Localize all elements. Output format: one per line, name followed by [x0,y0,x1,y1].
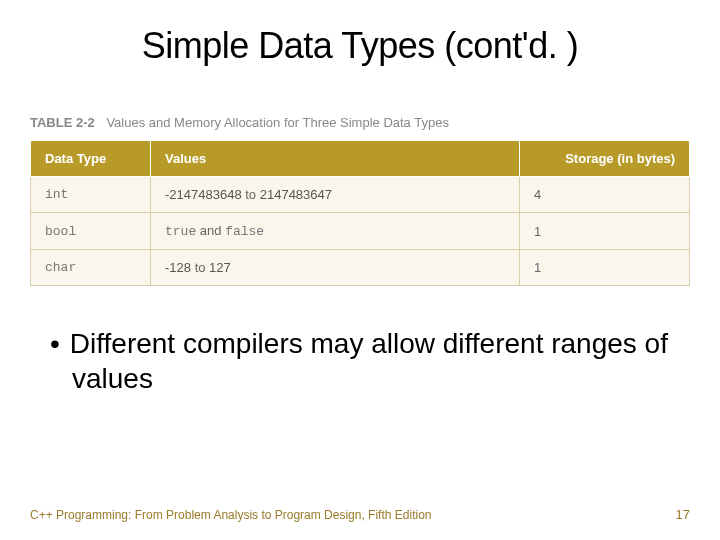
cell-type: bool [31,213,151,250]
col-header-type: Data Type [31,141,151,177]
cell-storage: 4 [520,177,690,213]
value-false: false [225,224,264,239]
value-min: -128 [165,260,191,275]
cell-values: -128 to 127 [151,250,520,286]
value-true: true [165,224,196,239]
value-joiner: and [196,223,225,238]
cell-values: -2147483648 to 2147483647 [151,177,520,213]
footer-source: C++ Programming: From Problem Analysis t… [30,508,431,522]
value-joiner: to [191,260,209,275]
data-types-table: Data Type Values Storage (in bytes) int … [30,140,690,286]
value-max: 127 [209,260,231,275]
value-joiner: to [242,187,260,202]
col-header-storage: Storage (in bytes) [520,141,690,177]
table-row: int -2147483648 to 2147483647 4 [31,177,690,213]
table-caption-text: Values and Memory Allocation for Three S… [106,115,449,130]
cell-type: int [31,177,151,213]
slide: Simple Data Types (cont'd. ) TABLE 2-2 V… [0,0,720,540]
table-label: TABLE 2-2 [30,115,95,130]
table-block: TABLE 2-2 Values and Memory Allocation f… [30,115,690,286]
value-min: -2147483648 [165,187,242,202]
slide-title: Simple Data Types (cont'd. ) [0,25,720,67]
table-caption: TABLE 2-2 Values and Memory Allocation f… [30,115,690,130]
table-row: bool true and false 1 [31,213,690,250]
bullet-list: Different compilers may allow different … [50,326,670,396]
value-max: 2147483647 [260,187,332,202]
col-header-values: Values [151,141,520,177]
cell-type: char [31,250,151,286]
cell-values: true and false [151,213,520,250]
table-row: char -128 to 127 1 [31,250,690,286]
page-number: 17 [676,507,690,522]
bullet-item: Different compilers may allow different … [50,326,670,396]
slide-footer: C++ Programming: From Problem Analysis t… [30,507,690,522]
table-header-row: Data Type Values Storage (in bytes) [31,141,690,177]
cell-storage: 1 [520,250,690,286]
cell-storage: 1 [520,213,690,250]
